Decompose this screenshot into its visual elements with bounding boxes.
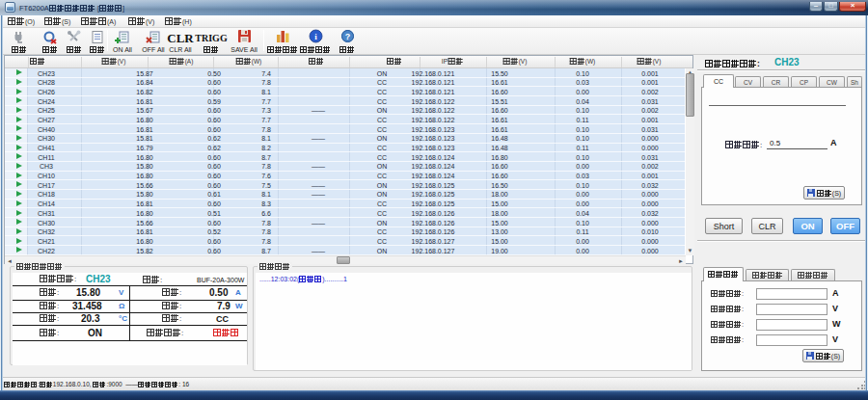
svg-text:?: ? [344, 32, 350, 41]
